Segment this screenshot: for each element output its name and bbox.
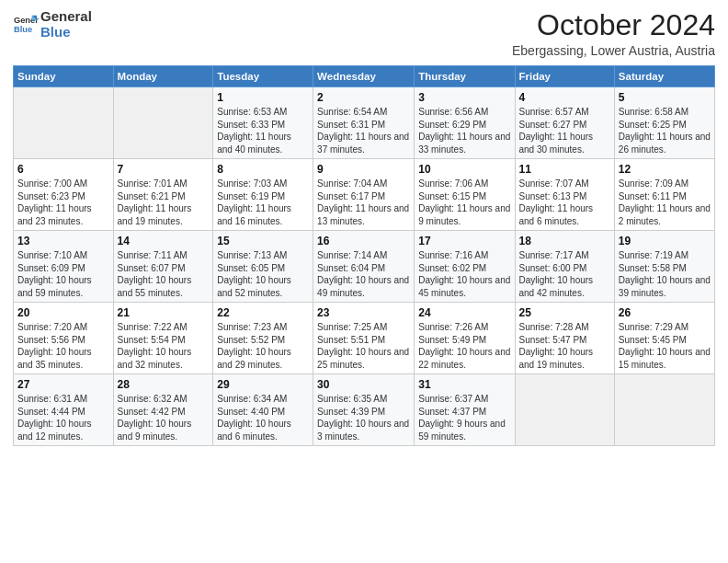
- day-info: Sunrise: 7:20 AMSunset: 5:56 PMDaylight:…: [17, 321, 109, 371]
- calendar-cell: 6Sunrise: 7:00 AMSunset: 6:23 PMDaylight…: [14, 159, 114, 231]
- day-info: Sunrise: 6:34 AMSunset: 4:40 PMDaylight:…: [217, 393, 309, 442]
- day-number: 14: [118, 235, 210, 247]
- day-info: Sunrise: 7:01 AMSunset: 6:21 PMDaylight:…: [118, 178, 210, 227]
- calendar-cell: 25Sunrise: 7:28 AMSunset: 5:47 PMDayligh…: [515, 303, 614, 374]
- calendar-cell: 12Sunrise: 7:09 AMSunset: 6:11 PMDayligh…: [614, 159, 714, 231]
- day-number: 8: [217, 163, 309, 176]
- day-number: 1: [217, 91, 309, 104]
- day-number: 4: [519, 91, 610, 104]
- day-info: Sunrise: 6:57 AMSunset: 6:27 PMDaylight:…: [519, 106, 610, 155]
- calendar-cell: 26Sunrise: 7:29 AMSunset: 5:45 PMDayligh…: [614, 303, 714, 374]
- calendar-cell: 4Sunrise: 6:57 AMSunset: 6:27 PMDaylight…: [515, 87, 614, 159]
- calendar-cell: 15Sunrise: 7:13 AMSunset: 6:05 PMDayligh…: [213, 231, 313, 303]
- calendar-cell: 9Sunrise: 7:04 AMSunset: 6:17 PMDaylight…: [313, 159, 415, 231]
- day-number: 13: [17, 235, 109, 247]
- weekday-header-sunday: Sunday: [14, 66, 114, 87]
- day-info: Sunrise: 7:26 AMSunset: 5:49 PMDaylight:…: [418, 321, 510, 371]
- day-info: Sunrise: 6:35 AMSunset: 4:39 PMDaylight:…: [317, 393, 410, 442]
- day-number: 12: [619, 163, 711, 176]
- day-number: 11: [519, 163, 610, 176]
- calendar-cell: 19Sunrise: 7:19 AMSunset: 5:58 PMDayligh…: [614, 231, 714, 303]
- calendar-cell: [515, 374, 614, 446]
- logo-line1: General: [40, 9, 92, 25]
- day-info: Sunrise: 6:58 AMSunset: 6:25 PMDaylight:…: [619, 106, 711, 155]
- day-info: Sunrise: 7:19 AMSunset: 5:58 PMDaylight:…: [619, 249, 711, 299]
- day-info: Sunrise: 6:32 AMSunset: 4:42 PMDaylight:…: [118, 393, 210, 442]
- calendar-cell: 31Sunrise: 6:37 AMSunset: 4:37 PMDayligh…: [415, 374, 515, 446]
- day-info: Sunrise: 7:11 AMSunset: 6:07 PMDaylight:…: [118, 249, 210, 299]
- day-number: 6: [17, 163, 109, 176]
- calendar-cell: 29Sunrise: 6:34 AMSunset: 4:40 PMDayligh…: [213, 374, 313, 446]
- calendar-cell: 30Sunrise: 6:35 AMSunset: 4:39 PMDayligh…: [313, 374, 415, 446]
- logo-text: General Blue: [40, 9, 92, 40]
- day-info: Sunrise: 7:07 AMSunset: 6:13 PMDaylight:…: [519, 178, 610, 227]
- calendar-cell: 20Sunrise: 7:20 AMSunset: 5:56 PMDayligh…: [14, 303, 114, 374]
- calendar-cell: 21Sunrise: 7:22 AMSunset: 5:54 PMDayligh…: [113, 303, 213, 374]
- calendar-week-4: 20Sunrise: 7:20 AMSunset: 5:56 PMDayligh…: [14, 303, 715, 374]
- day-number: 30: [317, 378, 410, 391]
- day-number: 27: [17, 378, 109, 391]
- day-number: 25: [519, 306, 610, 319]
- day-number: 10: [418, 163, 510, 176]
- svg-text:Blue: Blue: [14, 25, 32, 34]
- day-number: 17: [418, 235, 510, 247]
- calendar: SundayMondayTuesdayWednesdayThursdayFrid…: [13, 65, 715, 446]
- calendar-cell: [14, 87, 114, 159]
- calendar-cell: 11Sunrise: 7:07 AMSunset: 6:13 PMDayligh…: [515, 159, 614, 231]
- logo: General Blue General Blue: [13, 9, 92, 40]
- weekday-header-wednesday: Wednesday: [313, 66, 415, 87]
- weekday-header-monday: Monday: [113, 66, 213, 87]
- page: General Blue General Blue October 2024 E…: [0, 0, 728, 563]
- month-title: October 2024: [512, 9, 715, 41]
- calendar-cell: 8Sunrise: 7:03 AMSunset: 6:19 PMDaylight…: [213, 159, 313, 231]
- calendar-cell: [614, 374, 714, 446]
- weekday-header-saturday: Saturday: [614, 66, 714, 87]
- day-number: 23: [317, 306, 410, 319]
- day-number: 18: [519, 235, 610, 247]
- calendar-week-2: 6Sunrise: 7:00 AMSunset: 6:23 PMDaylight…: [14, 159, 715, 231]
- day-number: 28: [118, 378, 210, 391]
- day-number: 31: [418, 378, 510, 391]
- day-info: Sunrise: 7:29 AMSunset: 5:45 PMDaylight:…: [619, 321, 711, 371]
- day-info: Sunrise: 7:23 AMSunset: 5:52 PMDaylight:…: [217, 321, 309, 371]
- day-info: Sunrise: 7:06 AMSunset: 6:15 PMDaylight:…: [418, 178, 510, 227]
- day-info: Sunrise: 7:25 AMSunset: 5:51 PMDaylight:…: [317, 321, 410, 371]
- day-info: Sunrise: 7:09 AMSunset: 6:11 PMDaylight:…: [619, 178, 711, 227]
- day-info: Sunrise: 7:16 AMSunset: 6:02 PMDaylight:…: [418, 249, 510, 299]
- logo-icon: General Blue: [13, 12, 39, 38]
- calendar-cell: [113, 87, 213, 159]
- calendar-cell: 1Sunrise: 6:53 AMSunset: 6:33 PMDaylight…: [213, 87, 313, 159]
- day-info: Sunrise: 7:28 AMSunset: 5:47 PMDaylight:…: [519, 321, 610, 371]
- calendar-cell: 3Sunrise: 6:56 AMSunset: 6:29 PMDaylight…: [415, 87, 515, 159]
- calendar-cell: 14Sunrise: 7:11 AMSunset: 6:07 PMDayligh…: [113, 231, 213, 303]
- day-number: 3: [418, 91, 510, 104]
- calendar-cell: 24Sunrise: 7:26 AMSunset: 5:49 PMDayligh…: [415, 303, 515, 374]
- calendar-cell: 10Sunrise: 7:06 AMSunset: 6:15 PMDayligh…: [415, 159, 515, 231]
- day-number: 2: [317, 91, 410, 104]
- day-number: 19: [619, 235, 711, 247]
- day-info: Sunrise: 6:31 AMSunset: 4:44 PMDaylight:…: [17, 393, 109, 442]
- day-number: 21: [118, 306, 210, 319]
- day-number: 22: [217, 306, 309, 319]
- day-info: Sunrise: 7:13 AMSunset: 6:05 PMDaylight:…: [217, 249, 309, 299]
- calendar-cell: 16Sunrise: 7:14 AMSunset: 6:04 PMDayligh…: [313, 231, 415, 303]
- day-number: 7: [118, 163, 210, 176]
- day-info: Sunrise: 7:04 AMSunset: 6:17 PMDaylight:…: [317, 178, 410, 227]
- calendar-week-5: 27Sunrise: 6:31 AMSunset: 4:44 PMDayligh…: [14, 374, 715, 446]
- day-info: Sunrise: 6:53 AMSunset: 6:33 PMDaylight:…: [217, 106, 309, 155]
- day-info: Sunrise: 6:37 AMSunset: 4:37 PMDaylight:…: [418, 393, 510, 442]
- calendar-cell: 18Sunrise: 7:17 AMSunset: 6:00 PMDayligh…: [515, 231, 614, 303]
- calendar-week-1: 1Sunrise: 6:53 AMSunset: 6:33 PMDaylight…: [14, 87, 715, 159]
- calendar-cell: 2Sunrise: 6:54 AMSunset: 6:31 PMDaylight…: [313, 87, 415, 159]
- calendar-cell: 28Sunrise: 6:32 AMSunset: 4:42 PMDayligh…: [113, 374, 213, 446]
- day-info: Sunrise: 6:54 AMSunset: 6:31 PMDaylight:…: [317, 106, 410, 155]
- header: General Blue General Blue October 2024 E…: [13, 9, 715, 58]
- day-info: Sunrise: 7:14 AMSunset: 6:04 PMDaylight:…: [317, 249, 410, 299]
- day-info: Sunrise: 7:00 AMSunset: 6:23 PMDaylight:…: [17, 178, 109, 227]
- logo-line2: Blue: [40, 25, 92, 40]
- calendar-cell: 13Sunrise: 7:10 AMSunset: 6:09 PMDayligh…: [14, 231, 114, 303]
- weekday-header-tuesday: Tuesday: [213, 66, 313, 87]
- day-number: 16: [317, 235, 410, 247]
- day-number: 5: [619, 91, 711, 104]
- day-info: Sunrise: 7:10 AMSunset: 6:09 PMDaylight:…: [17, 249, 109, 299]
